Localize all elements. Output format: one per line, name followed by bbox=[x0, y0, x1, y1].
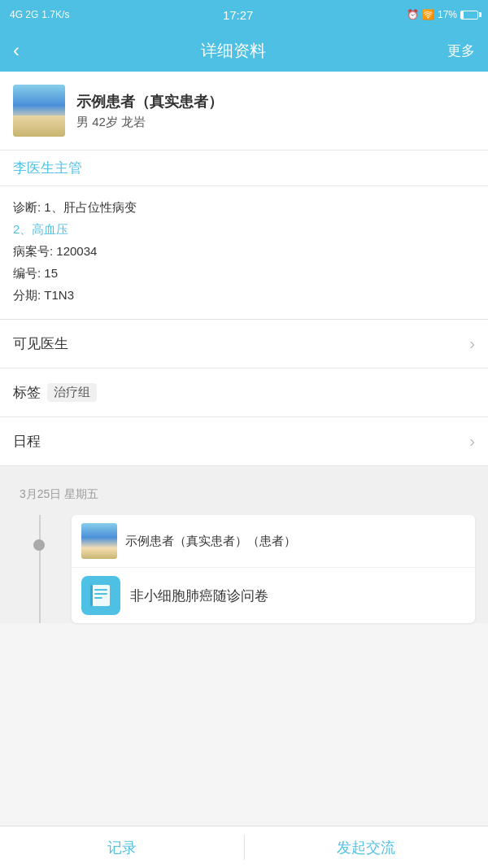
status-bar: 4G 2G 1.7K/s 17:27 ⏰ 🛜 17% bbox=[0, 0, 488, 29]
diagnosis-row: 诊断: 1、肝占位性病变 bbox=[13, 196, 475, 218]
wifi-icon: 🛜 bbox=[422, 9, 434, 20]
diagnosis2-row: 2、高血压 bbox=[13, 218, 475, 240]
event-content-row: 非小细胞肺癌随诊问卷 bbox=[72, 568, 475, 623]
battery-text: 17% bbox=[438, 9, 457, 20]
patient-age: 42岁 bbox=[92, 115, 118, 129]
bottom-bar: 记录 发起交流 bbox=[0, 826, 488, 868]
visible-doctor-item[interactable]: 可见医生 › bbox=[0, 320, 488, 369]
back-button[interactable]: ‹ bbox=[13, 39, 20, 62]
visible-doctor-label: 可见医生 bbox=[13, 334, 68, 353]
svg-rect-1 bbox=[94, 589, 107, 591]
patient-location: 龙岩 bbox=[121, 115, 146, 129]
questionnaire-icon bbox=[81, 576, 120, 615]
record-button[interactable]: 记录 bbox=[0, 827, 244, 868]
doctor-section: 李医生主管 bbox=[0, 150, 488, 186]
diagnosis1: 1、肝占位性病变 bbox=[44, 200, 136, 214]
timeline-container: 示例患者（真实患者）（患者） 非小细胞肺癌随诊问卷 bbox=[0, 515, 488, 623]
status-right: ⏰ 🛜 17% bbox=[407, 9, 478, 20]
patient-meta: 男 42岁 龙岩 bbox=[76, 115, 475, 130]
svg-rect-3 bbox=[94, 597, 102, 599]
signal-text: 4G 2G bbox=[10, 9, 38, 20]
tags-section: 标签 治疗组 bbox=[0, 369, 488, 417]
id-label: 编号: bbox=[13, 266, 41, 280]
timeline-dot bbox=[33, 539, 45, 551]
timeline-line bbox=[39, 515, 41, 623]
battery-icon bbox=[460, 11, 478, 20]
case-no-row: 病案号: 120034 bbox=[13, 240, 475, 262]
patient-gender: 男 bbox=[76, 115, 89, 129]
initiate-button[interactable]: 发起交流 bbox=[245, 827, 489, 868]
status-left: 4G 2G 1.7K/s bbox=[10, 9, 69, 20]
stage-value: T1N3 bbox=[44, 288, 74, 302]
alarm-icon: ⏰ bbox=[407, 9, 419, 20]
speed-text: 1.7K/s bbox=[41, 9, 69, 20]
timeline-event[interactable]: 示例患者（真实患者）（患者） 非小细胞肺癌随诊问卷 bbox=[72, 515, 475, 623]
id-row: 编号: 15 bbox=[13, 262, 475, 284]
svg-rect-0 bbox=[92, 585, 110, 606]
case-no-value: 120034 bbox=[56, 244, 97, 258]
svg-rect-2 bbox=[94, 593, 107, 595]
timeline-date: 3月25日 星期五 bbox=[0, 474, 488, 508]
doctor-name: 李医生主管 bbox=[13, 160, 82, 176]
event-patient-name: 示例患者（真实患者）（患者） bbox=[125, 534, 296, 549]
diagnosis-label: 诊断: bbox=[13, 200, 41, 214]
patient-name: 示例患者（真实患者） bbox=[76, 92, 475, 111]
tag-item: 治疗组 bbox=[47, 383, 97, 402]
stage-row: 分期: T1N3 bbox=[13, 284, 475, 306]
event-patient-row: 示例患者（真实患者）（患者） bbox=[72, 515, 475, 568]
chevron-right-icon: › bbox=[469, 334, 475, 353]
more-button[interactable]: 更多 bbox=[447, 41, 475, 60]
medical-info: 诊断: 1、肝占位性病变 2、高血压 病案号: 120034 编号: 15 分期… bbox=[0, 186, 488, 320]
event-title: 非小细胞肺癌随诊问卷 bbox=[130, 587, 268, 605]
stage-label: 分期: bbox=[13, 288, 41, 302]
header: ‹ 详细资料 更多 bbox=[0, 29, 488, 72]
event-avatar bbox=[81, 523, 117, 559]
case-no-label: 病案号: bbox=[13, 244, 53, 258]
schedule-label: 日程 bbox=[13, 432, 41, 451]
status-time: 17:27 bbox=[223, 8, 254, 22]
schedule-item[interactable]: 日程 › bbox=[0, 417, 488, 466]
patient-info: 示例患者（真实患者） 男 42岁 龙岩 bbox=[76, 92, 475, 130]
tags-label: 标签 bbox=[13, 383, 41, 402]
timeline-section: 3月25日 星期五 示例患者（真实患者）（患者） 非小细胞肺癌 bbox=[0, 474, 488, 623]
avatar bbox=[13, 85, 65, 137]
svg-rect-4 bbox=[90, 585, 93, 606]
id-value: 15 bbox=[44, 266, 58, 280]
diagnosis2: 2、高血压 bbox=[13, 222, 68, 236]
separator bbox=[0, 466, 488, 474]
patient-card: 示例患者（真实患者） 男 42岁 龙岩 bbox=[0, 72, 488, 150]
chevron-right-icon-2: › bbox=[469, 432, 475, 451]
page-title: 详细资料 bbox=[201, 40, 266, 62]
